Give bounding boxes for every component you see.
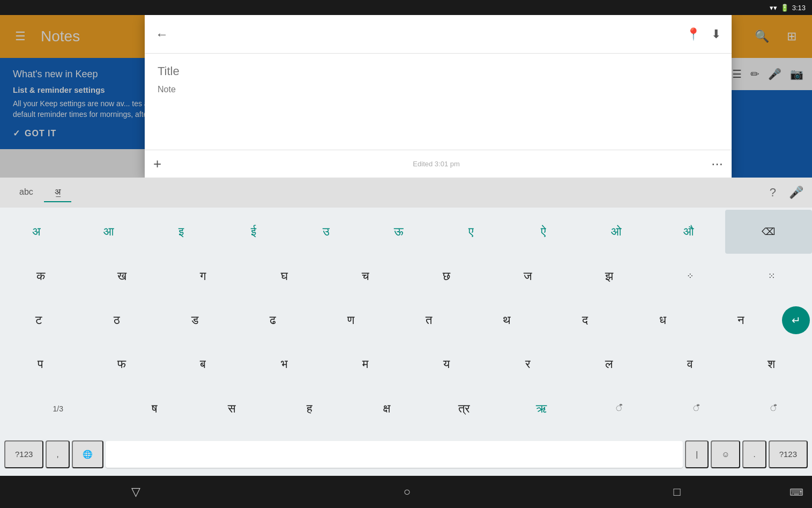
key-ga[interactable]: ग: [162, 254, 244, 298]
key-da[interactable]: ड: [156, 298, 234, 342]
note-title-input[interactable]: [158, 64, 719, 78]
keyboard-area: abc अ॒ ? 🎤 अ आ इ ई उ ऊ ए ऐ ओ औ ⌫ क ख ग घ: [0, 178, 812, 476]
wifi-icon: ▾▾: [770, 4, 777, 12]
lang-right-icons: ? 🎤: [770, 186, 803, 200]
key-va[interactable]: व: [650, 342, 731, 386]
menu-icon[interactable]: ☰: [11, 27, 30, 46]
add-button[interactable]: +: [153, 156, 161, 172]
key-tha[interactable]: ठ: [78, 298, 157, 342]
search-icon[interactable]: 🔍: [752, 27, 771, 46]
key-da2[interactable]: द: [546, 298, 624, 342]
back-button[interactable]: ←: [155, 27, 168, 42]
key-cha[interactable]: छ: [406, 254, 488, 298]
keyboard-row-4: प फ ब भ म य र ल व श: [0, 342, 812, 386]
sym-key-2[interactable]: ?123: [769, 440, 808, 468]
list-icon[interactable]: ☰: [732, 68, 742, 80]
key-pa[interactable]: प: [0, 342, 81, 386]
pipe-key[interactable]: |: [685, 440, 709, 468]
enter-key[interactable]: ↵: [782, 306, 810, 334]
key-gha[interactable]: घ: [244, 254, 325, 298]
lang-tabs: abc अ॒: [9, 183, 71, 202]
key-ma[interactable]: म: [325, 342, 406, 386]
keyboard-help-icon[interactable]: ?: [770, 186, 776, 200]
archive-icon[interactable]: ⬇: [711, 27, 721, 41]
note-modal: ← 📍 ⬇ + Edited 3:01 pm ⋯: [145, 15, 732, 178]
status-bar-right: ▾▾ 🔋 3:13: [770, 4, 806, 12]
spacebar[interactable]: [106, 441, 683, 468]
keyboard-mic-icon[interactable]: 🎤: [789, 186, 803, 200]
key-ya[interactable]: य: [406, 342, 488, 386]
key-ksha[interactable]: क्ष: [348, 387, 425, 431]
key-dha2[interactable]: ध: [624, 298, 702, 342]
key-u[interactable]: उ: [290, 210, 362, 254]
keyboard-row-3: ट ठ ड ढ ण त थ द ध न ↵: [0, 298, 812, 342]
key-1of3[interactable]: 1/3: [0, 387, 116, 431]
key-ai[interactable]: ऐ: [508, 210, 580, 254]
note-text-input[interactable]: [158, 85, 719, 94]
tab-hindi[interactable]: अ॒: [44, 183, 71, 202]
keyboard-row-1: अ आ इ ई उ ऊ ए ऐ ओ औ ⌫: [0, 210, 812, 254]
key-e[interactable]: ए: [435, 210, 508, 254]
back-nav-icon[interactable]: ▽: [131, 485, 140, 499]
key-a[interactable]: अ: [0, 210, 72, 254]
camera-icon[interactable]: 📷: [790, 68, 803, 80]
key-jha[interactable]: झ: [569, 254, 650, 298]
key-ca[interactable]: च: [325, 254, 406, 298]
header-left: ←: [155, 27, 168, 42]
key-aa[interactable]: आ: [72, 210, 145, 254]
key-na[interactable]: न: [702, 298, 780, 342]
key-ra[interactable]: र: [487, 342, 569, 386]
checkmark-icon: ✓: [13, 128, 20, 138]
key-sha2[interactable]: ष: [116, 387, 193, 431]
key-ka[interactable]: क: [0, 254, 81, 298]
more-options-button[interactable]: ⋯: [711, 157, 723, 171]
home-nav-icon[interactable]: ○: [404, 485, 411, 499]
key-tha2[interactable]: थ: [468, 298, 546, 342]
key-kha[interactable]: ख: [81, 254, 163, 298]
key-vow3[interactable]: ँ: [735, 387, 812, 431]
key-ta[interactable]: ट: [0, 298, 78, 342]
status-bar: ▾▾ 🔋 3:13: [0, 0, 812, 15]
app-bar-icons: 🔍 ⊞: [752, 27, 801, 46]
backspace-key[interactable]: ⌫: [725, 210, 812, 254]
key-sha[interactable]: श: [731, 342, 813, 386]
grid-icon[interactable]: ⊞: [782, 27, 801, 46]
key-na-dot[interactable]: ण: [312, 298, 390, 342]
edited-timestamp: Edited 3:01 pm: [413, 160, 459, 168]
key-ta2[interactable]: त: [390, 298, 468, 342]
key-dot2[interactable]: ⁙: [731, 254, 813, 298]
edit-icon[interactable]: ✏: [750, 68, 759, 80]
key-ri[interactable]: ऋ: [503, 387, 580, 431]
sym-key-1[interactable]: ?123: [4, 440, 43, 468]
keyboard-lang-bar: abc अ॒ ? 🎤: [0, 178, 812, 208]
recent-nav-icon[interactable]: □: [673, 485, 680, 499]
key-la[interactable]: ल: [569, 342, 650, 386]
key-au[interactable]: औ: [652, 210, 725, 254]
key-o[interactable]: ओ: [580, 210, 652, 254]
emoji-key[interactable]: ☺: [711, 440, 740, 468]
tab-abc[interactable]: abc: [9, 183, 44, 202]
pin-icon[interactable]: 📍: [686, 27, 701, 41]
keyboard-row-5: 1/3 ष स ह क्ष त्र ऋ ऀ ँ ँ: [0, 387, 812, 431]
period-key[interactable]: .: [742, 440, 766, 468]
key-dot1[interactable]: ⁘: [650, 254, 731, 298]
key-ii[interactable]: ई: [218, 210, 290, 254]
mic-right-icon[interactable]: 🎤: [768, 68, 781, 80]
key-i[interactable]: इ: [145, 210, 218, 254]
time-display: 3:13: [792, 4, 806, 12]
key-uu[interactable]: ऊ: [362, 210, 435, 254]
key-vow2[interactable]: ँ: [657, 387, 734, 431]
key-tra[interactable]: त्र: [426, 387, 503, 431]
comma-key[interactable]: ,: [46, 440, 69, 468]
key-dha[interactable]: ढ: [234, 298, 312, 342]
key-ba[interactable]: ब: [162, 342, 244, 386]
key-pha[interactable]: फ: [81, 342, 163, 386]
header-right: 📍 ⬇: [686, 27, 721, 41]
globe-key[interactable]: 🌐: [72, 440, 103, 468]
keyboard-nav-icon[interactable]: ⌨: [789, 487, 803, 498]
key-sa[interactable]: स: [193, 387, 271, 431]
key-vow1[interactable]: ऀ: [580, 387, 657, 431]
key-ja[interactable]: ज: [487, 254, 569, 298]
key-ha[interactable]: ह: [271, 387, 348, 431]
key-bha[interactable]: भ: [244, 342, 325, 386]
